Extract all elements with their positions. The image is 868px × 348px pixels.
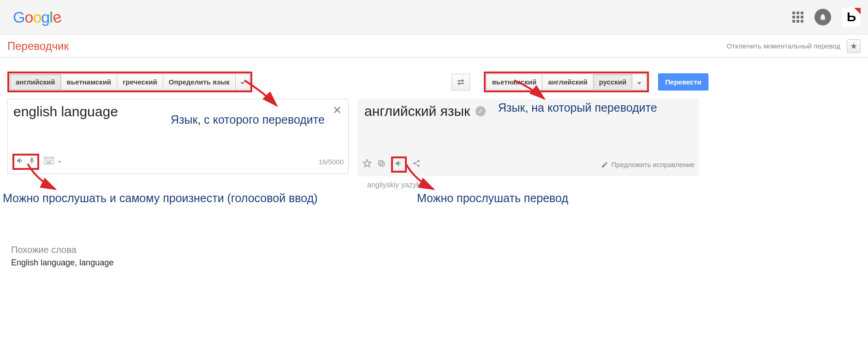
target-lang-dropdown[interactable] [632,74,647,90]
svg-rect-8 [48,160,49,161]
translate-button[interactable]: Перевести [658,73,708,90]
keyboard-icon[interactable] [44,157,54,167]
app-title: Переводчик [7,40,69,53]
google-logo: Google [13,8,61,26]
share-icon[interactable] [412,159,421,170]
similar-words-block: Похожие слова English language, language [7,245,861,268]
target-text: английский язык [364,103,470,119]
svg-point-14 [417,160,420,162]
suggest-edit-link[interactable]: Предложить исправление [601,161,695,168]
star-badge-icon[interactable]: ★ [847,39,861,53]
svg-rect-5 [52,158,53,159]
translate-panels: english language ✕ [7,99,861,176]
target-lang-vietnamese[interactable]: вьетнамский [486,74,543,90]
svg-rect-7 [47,160,48,161]
instant-translate-toggle[interactable]: Отключить моментальный перевод [726,42,840,50]
source-text: english language [13,104,330,120]
svg-point-16 [417,165,420,167]
copy-icon[interactable] [377,159,386,170]
header-right: Ь [792,8,861,26]
annotation-listen-translation: Можно прослушать перевод [417,192,568,205]
notifications-icon[interactable] [814,9,831,25]
chevron-down-icon [637,82,642,84]
speaker-icon[interactable] [395,159,403,170]
language-row: английский вьетнамский греческий Определ… [7,72,861,92]
clear-icon[interactable]: ✕ [333,104,342,117]
svg-rect-12 [380,162,384,166]
svg-point-15 [413,162,416,165]
google-header: Google Ь [0,0,868,35]
source-lang-dropdown[interactable] [235,74,250,90]
star-icon[interactable] [363,159,372,170]
pencil-icon [601,161,608,168]
verified-icon: ✓ [476,106,486,116]
app-subheader: Переводчик Отключить моментальный перево… [0,35,868,58]
target-footer: Предложить исправление [363,156,695,173]
source-lang-vietnamese[interactable]: вьетнамский [61,74,118,90]
subheader-right: Отключить моментальный перевод ★ [726,39,861,53]
source-lang-english[interactable]: английский [10,74,61,90]
similar-words[interactable]: English language, language [11,258,861,268]
svg-rect-11 [47,162,52,163]
target-tools [363,156,421,173]
apps-icon[interactable] [792,12,803,23]
source-panel: english language ✕ [7,99,349,174]
suggest-edit-label: Предложить исправление [611,161,695,168]
target-lang-russian[interactable]: русский [593,74,633,90]
target-panel: английский язык ✓ [358,99,699,176]
source-lang-greek[interactable]: греческий [117,74,163,90]
main-area: английский вьетнамский греческий Определ… [0,58,868,286]
svg-rect-4 [50,158,51,159]
svg-rect-3 [48,158,49,159]
transliteration: angliyskiy yazyk [367,181,861,189]
source-footer: 16/5000 [8,150,348,174]
target-audio-box [391,156,407,173]
swap-languages-button[interactable] [452,74,470,90]
chevron-down-icon[interactable] [58,161,61,163]
svg-rect-2 [47,158,48,159]
source-lang-group: английский вьетнамский греческий Определ… [7,72,252,92]
source-tools [12,154,61,170]
user-avatar[interactable]: Ь [842,8,861,26]
target-lang-group: вьетнамский английский русский [484,72,649,92]
svg-rect-6 [45,160,46,161]
target-lang-english[interactable]: английский [542,74,594,90]
svg-rect-1 [45,158,46,159]
speaker-icon[interactable] [16,156,24,167]
char-count: 16/5000 [319,158,344,166]
source-lang-detect[interactable]: Определить язык [163,74,236,90]
similar-title: Похожие слова [11,245,861,255]
svg-rect-9 [50,160,51,161]
source-textarea[interactable]: english language ✕ [8,99,348,150]
microphone-icon[interactable] [28,156,36,167]
svg-rect-10 [52,160,53,161]
annotation-listen-speak: Можно прослушать и самому произнести (го… [3,192,318,205]
chevron-down-icon [240,82,245,84]
audio-tools-box [12,154,39,170]
svg-rect-13 [379,161,383,165]
